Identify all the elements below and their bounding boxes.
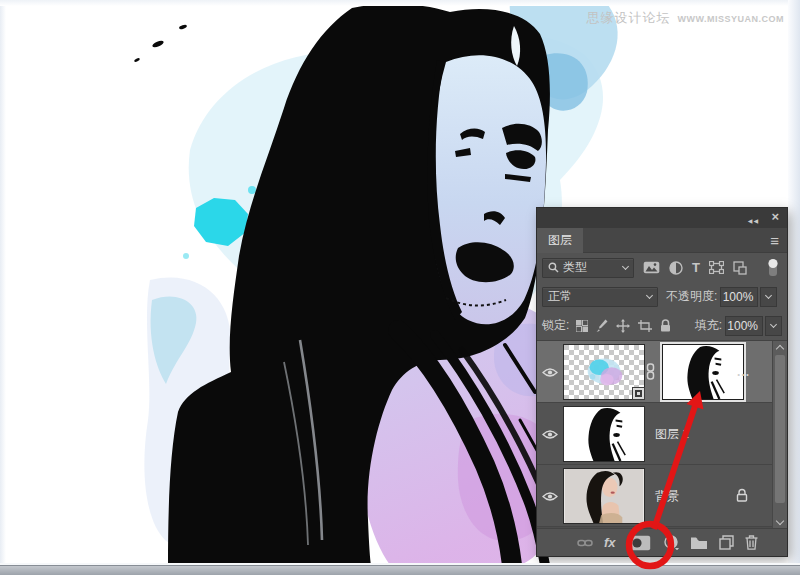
background-lock-icon[interactable] (736, 488, 748, 505)
window-border-left (0, 0, 6, 575)
lock-all-icon[interactable] (660, 319, 671, 332)
filter-pixel-layers-icon[interactable] (643, 261, 660, 274)
fill-label: 填充: (695, 317, 722, 334)
photoshop-window: 思缘设计论坛 WWW.MISSYUAN.COM ◀◀ × 图层 ≡ 类型 (0, 0, 800, 575)
layer-visibility-toggle[interactable] (537, 465, 563, 527)
fill-value-field[interactable]: 100% (725, 316, 763, 336)
opacity-value: 100% (723, 290, 754, 304)
chevron-down-icon (622, 262, 629, 269)
watermark-site-url: WWW.MISSYUAN.COM (678, 14, 785, 24)
panel-menu-icon[interactable]: ≡ (770, 228, 779, 253)
new-group-button[interactable] (690, 536, 708, 550)
filter-type-label: 类型 (563, 259, 587, 276)
layer-row-background[interactable]: 背景 (537, 465, 772, 527)
lock-image-pixels-icon[interactable] (596, 319, 608, 332)
fx-label: fx (604, 535, 616, 550)
blend-row: 正常 不透明度: 100% (537, 282, 787, 311)
lock-position-icon[interactable] (616, 319, 630, 333)
scroll-up-icon[interactable] (776, 345, 784, 353)
watermark-site-name: 思缘设计论坛 (587, 9, 671, 27)
layer-visibility-toggle[interactable] (537, 403, 563, 465)
panel-titlebar: ◀◀ × (537, 208, 787, 228)
blend-mode-dropdown[interactable]: 正常 (542, 287, 658, 307)
chevron-down-icon (770, 321, 777, 328)
tab-layers[interactable]: 图层 (537, 228, 583, 253)
scrollbar-thumb[interactable] (775, 355, 785, 503)
layer-name: 图层 1 (655, 403, 689, 465)
lock-row: 锁定: 填充: 100% (537, 311, 787, 340)
layer-thumbnail[interactable] (563, 468, 645, 524)
new-adjustment-layer-button[interactable] (664, 535, 679, 550)
opacity-dropdown-button[interactable] (760, 287, 777, 307)
layers-list: ... 图层 1 (537, 340, 787, 528)
layer-mask-link-icon[interactable] (645, 363, 656, 383)
opacity-value-field[interactable]: 100% (720, 287, 758, 307)
layers-panel: ◀◀ × 图层 ≡ 类型 T (537, 208, 787, 556)
collapse-panel-icon[interactable]: ◀◀ (748, 214, 759, 228)
filter-shape-layers-icon[interactable] (709, 261, 724, 274)
link-layers-button[interactable] (577, 538, 593, 548)
chevron-down-icon (765, 292, 772, 299)
add-layer-mask-button[interactable] (627, 535, 651, 551)
eye-icon (542, 367, 558, 378)
layer-row-smart-object[interactable]: ... (537, 341, 772, 403)
watermark: 思缘设计论坛 WWW.MISSYUAN.COM (587, 9, 785, 27)
layer-visibility-toggle[interactable] (537, 341, 563, 403)
eye-icon (542, 491, 558, 502)
layer-thumbnail[interactable] (563, 344, 645, 400)
filter-toggle-switch[interactable] (767, 258, 779, 277)
search-icon (548, 262, 559, 273)
fill-value: 100% (727, 319, 758, 333)
panel-bottom-toolbar: fx (537, 528, 787, 556)
layer-mask-icon (627, 535, 651, 551)
layer-mask-thumbnail[interactable] (662, 344, 744, 400)
filter-text-layers-icon[interactable]: T (692, 260, 700, 275)
window-border-right (788, 0, 800, 575)
blend-mode-value: 正常 (548, 288, 572, 305)
layer-style-button[interactable]: fx (604, 535, 616, 550)
filter-type-dropdown[interactable]: 类型 (542, 258, 634, 278)
filter-smart-objects-icon[interactable] (733, 261, 747, 275)
filter-adjustment-layers-icon[interactable] (669, 261, 683, 275)
lock-label: 锁定: (542, 317, 569, 334)
window-status-bar (0, 565, 800, 575)
window-border-top (0, 0, 800, 6)
eye-icon (542, 429, 558, 440)
layer-name: 背景 (655, 465, 679, 527)
layer-thumbnail[interactable] (563, 406, 645, 462)
panel-tab-bar: 图层 ≡ (537, 228, 787, 253)
layer-name-truncated: ... (737, 365, 750, 379)
new-layer-button[interactable] (719, 535, 734, 550)
delete-layer-button[interactable] (745, 535, 758, 550)
opacity-label: 不透明度: (666, 288, 717, 305)
chevron-down-icon (646, 291, 653, 298)
filter-row: 类型 T (537, 253, 787, 282)
lock-transparent-pixels-icon[interactable] (576, 320, 588, 332)
close-panel-icon[interactable]: × (771, 210, 779, 224)
layers-scrollbar[interactable] (772, 341, 787, 528)
smart-object-badge-icon (632, 387, 645, 400)
scroll-down-icon[interactable] (776, 517, 784, 525)
fill-dropdown-button[interactable] (765, 316, 782, 336)
layer-row-layer1[interactable]: 图层 1 (537, 403, 772, 465)
lock-artboard-icon[interactable] (638, 320, 652, 332)
